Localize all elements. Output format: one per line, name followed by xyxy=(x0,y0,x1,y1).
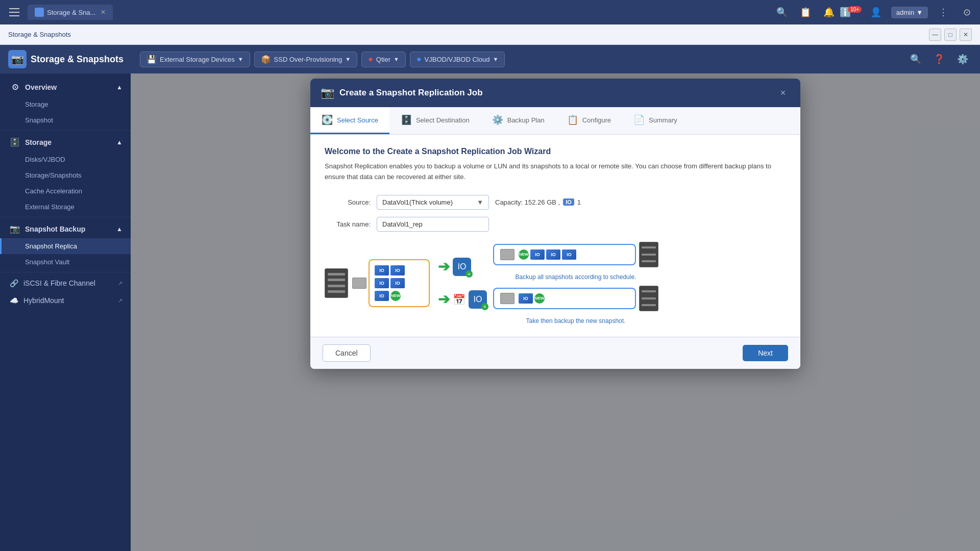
wizard-step-backup-plan[interactable]: ⚙️ Backup Plan xyxy=(481,107,556,134)
capacity-icon: IO xyxy=(563,198,574,206)
sidebar-item-cache[interactable]: Cache Acceleration xyxy=(0,183,131,199)
source-select[interactable]: DataVol1(Thick volume) ▼ xyxy=(377,195,489,210)
dest-opt1-vols: NEW IO IO IO xyxy=(519,249,576,260)
alerts-icon[interactable]: 🔔 xyxy=(821,4,837,20)
vol-icon-5: IO xyxy=(375,291,389,301)
sidebar-item-iscsi[interactable]: 🔗 iSCSI & Fibre Channel ↗ xyxy=(0,274,131,292)
modal-title: Create a Snapshot Replication Job xyxy=(339,88,483,98)
sidebar-item-storage-sub[interactable]: Storage xyxy=(0,96,131,112)
user-circle-icon[interactable]: ⊙ xyxy=(959,4,975,20)
ext-storage-btn[interactable]: 💾 Welcome to the Create a Snapshot Repli… xyxy=(140,52,250,67)
vol-icon-3: IO xyxy=(375,278,389,288)
hamburger-menu[interactable] xyxy=(5,3,23,21)
arrow-icon-1: ➔ xyxy=(438,258,450,275)
header-buttons: 💾 Welcome to the Create a Snapshot Repli… xyxy=(140,52,505,67)
summary-label: Summary xyxy=(649,116,677,124)
qtier-btn[interactable]: ● Qtier ▼ xyxy=(361,52,406,67)
diag-arrow-row-1: ➔ IO + xyxy=(438,258,471,276)
dest-opt1-vol2: IO xyxy=(546,249,560,260)
modal-header-icon: 📷 xyxy=(321,86,334,99)
vjbod-caret: ▼ xyxy=(493,56,498,62)
sidebar-item-overview[interactable]: ⊙ Overview ▲ xyxy=(0,78,131,96)
search-icon[interactable]: 🔍 xyxy=(774,4,790,20)
sidebar-item-storage-snapshots[interactable]: Storage/Snapshots xyxy=(0,167,131,183)
qtier-icon: ● xyxy=(368,55,373,64)
modal-footer: Cancel Next xyxy=(310,337,800,369)
sidebar-divider-2 xyxy=(0,217,131,217)
source-label: Source: xyxy=(325,198,371,206)
configure-label: Configure xyxy=(582,116,611,124)
wizard-step-select-dest[interactable]: 🗄️ Select Destination xyxy=(389,107,481,134)
vol-icon-4: IO xyxy=(390,278,405,288)
dest-opt2-server-mini xyxy=(500,293,514,304)
source-row: Source: DataVol1(Thick volume) ▼ Capacit… xyxy=(325,195,786,210)
diag-arrow-row-2: ➔ 📅 IO + xyxy=(438,290,487,309)
app-logo-area: 📷 Storage & Snapshots xyxy=(8,50,124,68)
sidebar-item-hybridmount[interactable]: ☁️ HybridMount ↗ xyxy=(0,292,131,309)
plus-circle-1: + xyxy=(465,270,473,278)
diagram-row: IO IO IO IO IO NEW xyxy=(325,242,786,324)
tab-close-btn[interactable]: ✕ xyxy=(101,9,106,16)
welcome-desc: Snapshot Replication enables you to back… xyxy=(325,161,786,183)
sidebar-item-ext-storage[interactable]: External Storage xyxy=(0,199,131,215)
source-select-arrow: ▼ xyxy=(477,198,483,206)
search-header-icon[interactable]: 🔍 xyxy=(906,50,925,68)
main-body: ⊙ Overview ▲ Storage Snapshot 🗄️ Storage… xyxy=(0,73,980,551)
modal-header: 📷 Create a Snapshot Replication Job × xyxy=(310,79,800,107)
cancel-button[interactable]: Cancel xyxy=(323,344,371,362)
sidebar-item-storage[interactable]: 🗄️ Storage ▲ xyxy=(0,133,131,152)
tasks-icon[interactable]: 📋 xyxy=(797,4,814,20)
help-icon[interactable]: ❓ xyxy=(930,50,948,68)
storage-icon: 🗄️ xyxy=(10,137,20,147)
rep-circle-2: IO + xyxy=(469,290,487,309)
notif-badge: 10+ xyxy=(848,6,862,13)
minimize-button[interactable]: — xyxy=(929,29,941,41)
dest-opt1-label: Backup all snapshots according to schedu… xyxy=(493,273,658,281)
content-area: 📷 Create a Snapshot Replication Job × 💽 … xyxy=(131,73,980,551)
sidebar-divider-3 xyxy=(0,272,131,272)
diag-left: IO IO IO IO IO NEW xyxy=(325,259,430,307)
source-small-server xyxy=(352,278,366,289)
sidebar-divider-1 xyxy=(0,130,131,131)
task-input[interactable] xyxy=(377,217,489,232)
vol-row-1: IO IO xyxy=(375,265,424,276)
app-tab[interactable]: Storage & Sna... ✕ xyxy=(28,5,113,20)
more-options-icon[interactable]: ⋮ xyxy=(935,4,951,20)
calendar-icon: 📅 xyxy=(453,293,465,306)
wizard-step-select-source[interactable]: 💽 Select Source xyxy=(310,107,389,134)
sidebar-item-disks[interactable]: Disks/VJBOD xyxy=(0,152,131,167)
vjbod-btn[interactable]: ● VJBOD/VJBOD Cloud ▼ xyxy=(410,52,505,67)
dest-opt2-vols: IO NEW xyxy=(519,293,545,304)
wizard-step-summary[interactable]: 📄 Summary xyxy=(622,107,689,134)
app-logo-icon: 📷 xyxy=(8,50,27,68)
sidebar-item-snapshot-sub[interactable]: Snapshot xyxy=(0,112,131,128)
tab-icon xyxy=(35,8,44,17)
admin-button[interactable]: admin ▼ xyxy=(891,7,928,18)
settings-icon[interactable]: ⚙️ xyxy=(953,50,972,68)
capacity-text: Capacity: 152.26 GB , xyxy=(495,198,560,206)
snapshot-backup-arrow: ▲ xyxy=(116,226,122,233)
close-button[interactable]: ✕ xyxy=(960,29,972,41)
app-title: Storage & Snapshots xyxy=(31,54,124,65)
app-container: 📷 Storage & Snapshots 💾 Welcome to the C… xyxy=(0,45,980,551)
wizard-step-configure[interactable]: 📋 Configure xyxy=(556,107,622,134)
user-icon[interactable]: 👤 xyxy=(868,4,884,20)
ssd-icon: 📦 xyxy=(261,55,271,64)
sidebar-item-snapshot-backup[interactable]: 📷 Snapshot Backup ▲ xyxy=(0,219,131,238)
select-dest-label: Select Destination xyxy=(416,116,470,124)
sidebar-item-snapshot-vault[interactable]: Snapshot Vault xyxy=(0,254,131,270)
maximize-button[interactable]: □ xyxy=(944,29,957,41)
overview-arrow: ▲ xyxy=(116,84,122,91)
modal-close-btn[interactable]: × xyxy=(776,86,790,100)
plus-circle-2: + xyxy=(481,303,488,310)
os-title-bar: Storage & Sna... ✕ 🔍 📋 🔔 ℹ️10+ 👤 admin ▼… xyxy=(0,0,980,24)
next-button[interactable]: Next xyxy=(743,345,788,361)
capacity-num: 1 xyxy=(577,198,581,206)
rep-circle-1: IO + xyxy=(453,258,471,276)
source-server-group xyxy=(325,268,348,298)
info-icon[interactable]: ℹ️10+ xyxy=(844,4,861,20)
sidebar-item-snapshot-replica[interactable]: Snapshot Replica xyxy=(0,238,131,254)
dest-option-1: NEW IO IO IO xyxy=(493,244,636,265)
os-right-controls: 🔍 📋 🔔 ℹ️10+ 👤 admin ▼ ⋮ ⊙ xyxy=(774,4,975,20)
ssd-btn[interactable]: 📦 SSD Over-Provisioning ▼ xyxy=(254,52,358,67)
